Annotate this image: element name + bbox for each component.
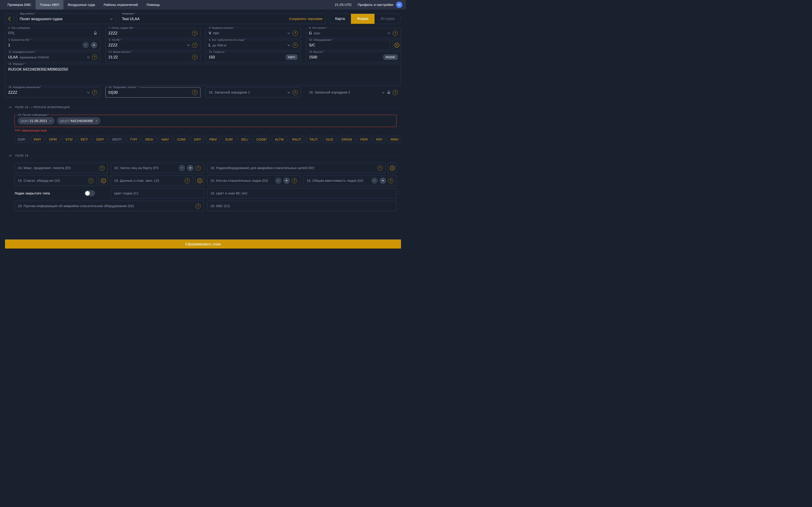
speed-unit-badge[interactable]: КМ/Ч — [286, 54, 298, 60]
generate-plan-button[interactable]: Сформировать план — [5, 239, 401, 248]
tag-ralt[interactable]: RALT/ — [289, 136, 304, 143]
aircraft-count-field[interactable]: 9. Количество ВС * 1 − + — [5, 40, 100, 50]
tag-rmk[interactable]: RMK/ — [388, 136, 402, 143]
tag-typ[interactable]: TYP/ — [126, 136, 140, 143]
radio-equipment-field[interactable]: 19. Радиооборудование для аварийно-спаса… — [207, 163, 386, 173]
view-form-button[interactable]: Форма — [351, 14, 374, 24]
plan-name-field[interactable]: Название * Test ULAA Сохранить черновик — [119, 13, 325, 24]
collapse-chevron-icon[interactable] — [9, 106, 12, 108]
collapse-chevron-icon[interactable] — [9, 155, 12, 157]
equipment-list-button[interactable] — [392, 40, 401, 50]
life-jackets-list-button[interactable] — [195, 175, 204, 186]
altitude-unit-badge[interactable]: M/QNE — [383, 54, 398, 60]
help-icon[interactable]: ? — [192, 31, 197, 36]
dinghies-count-field[interactable]: 19. Кол-во спасательных лодок (D/) − + ? — [207, 175, 300, 186]
help-icon[interactable]: ? — [388, 178, 393, 183]
flight-duration-field[interactable]: 16. Продолжит. полета * 01:00 ? — [105, 87, 201, 98]
tag-sur[interactable]: SUR/ — [222, 136, 236, 143]
tag-per[interactable]: PER/ — [357, 136, 371, 143]
help-icon[interactable]: ? — [377, 165, 383, 171]
save-draft-button[interactable]: Сохранить черновик — [289, 17, 323, 21]
help-icon[interactable]: ? — [99, 165, 104, 171]
help-icon[interactable]: ? — [393, 90, 398, 95]
profile-menu[interactable]: Профиль и настройки пс — [358, 2, 402, 8]
destination-aerodrome-select[interactable]: 16. Аэродром назначения * ZZZZ ? — [5, 87, 100, 98]
nav-tab-restriction-areas[interactable]: Районы ограничений — [99, 0, 142, 9]
departure-aerodrome-select[interactable]: 13. Аэродром вылета * ULAAАрхангельск ТА… — [5, 52, 100, 62]
decrement-button[interactable]: − — [83, 42, 89, 48]
decrement-button[interactable]: − — [179, 165, 185, 171]
survival-equipment-field[interactable]: 19. Спасат. оборуд-ие (S/) ? — [14, 175, 97, 186]
tag-talt[interactable]: TALT/ — [306, 136, 321, 143]
avatar[interactable]: пс — [396, 2, 402, 8]
tag-orgn[interactable]: ORGN/ — [338, 136, 355, 143]
flight-kind-select[interactable]: Вид полета * Полет воздушного судна — [16, 13, 116, 24]
help-icon[interactable]: ? — [393, 31, 398, 36]
increment-button[interactable]: + — [380, 177, 386, 184]
aircraft-id-field[interactable]: 7. Опозн. индекс ВС * ZZZZ ? — [105, 28, 201, 38]
view-map-button[interactable]: Карта — [329, 14, 351, 24]
radio-equipment-list-button[interactable] — [388, 163, 397, 173]
tag-rif[interactable]: RIF/ — [373, 136, 386, 143]
tag-dat[interactable]: DAT/ — [191, 136, 204, 143]
back-button[interactable] — [5, 13, 14, 24]
help-icon[interactable]: ? — [196, 165, 201, 171]
dinghies-capacity-field[interactable]: 19. Общая вместимость лодок (D/) − + ? — [303, 175, 397, 186]
nav-tab-bvs-check[interactable]: Проверка БВС — [3, 0, 36, 9]
route-textarea[interactable]: 15. Маршрут * RUGOK 6421N03935E/M096S025… — [5, 64, 401, 86]
tag-code[interactable]: CODE/ — [253, 136, 270, 143]
tag-sel[interactable]: SEL/ — [238, 136, 251, 143]
view-history-button[interactable]: История — [374, 14, 401, 24]
tag-altn[interactable]: ALTN/ — [272, 136, 287, 143]
help-icon[interactable]: ? — [293, 43, 298, 48]
help-icon[interactable]: ? — [196, 204, 201, 209]
increment-button[interactable]: + — [91, 42, 97, 48]
pic-field[interactable]: 19. КВС (С/) — [207, 201, 397, 211]
help-icon[interactable]: ? — [192, 43, 197, 48]
tag-dest[interactable]: DEST/ — [109, 136, 125, 143]
tag-opr[interactable]: OPR/ — [46, 136, 60, 143]
tag-nav[interactable]: NAV/ — [158, 136, 172, 143]
boats-color-field[interactable]: Цвет лодок (C) — [111, 188, 204, 199]
nav-tab-aircraft[interactable]: Воздушные суда — [63, 0, 99, 9]
dest-chip[interactable]: DEST/ 6421N03935E × — [57, 117, 101, 124]
help-icon[interactable]: ? — [185, 178, 190, 183]
chip-close-icon[interactable]: × — [50, 119, 51, 123]
tag-pap[interactable]: PAP/ — [31, 136, 44, 143]
tag-dep[interactable]: DEP/ — [93, 136, 107, 143]
persons-on-board-field[interactable]: 19. Число лиц на борту (P/) − + ? — [111, 163, 204, 173]
nav-tab-help[interactable]: Помощь — [142, 0, 164, 9]
tag-dof[interactable]: DOF/ — [14, 136, 29, 143]
life-jackets-field[interactable]: 19. Данные о спас. жил. (J/) ? — [111, 175, 193, 186]
departure-time-field[interactable]: 13. Время вылета * 21:22 ? — [105, 52, 201, 62]
increment-button[interactable]: + — [187, 165, 194, 171]
survival-equipment-list-button[interactable] — [99, 175, 108, 186]
help-icon[interactable]: ? — [292, 178, 297, 183]
increment-button[interactable]: + — [284, 177, 290, 184]
aircraft-type-select[interactable]: 9. Тип ВС * ZZZZ ? — [105, 40, 201, 50]
covered-boats-toggle[interactable] — [85, 190, 95, 196]
help-icon[interactable]: ? — [192, 90, 197, 95]
rescue-other-info-field[interactable]: 19. Прочая информация об аварийно-спасат… — [14, 201, 204, 211]
tag-eet[interactable]: EET/ — [78, 136, 91, 143]
decrement-button[interactable]: − — [275, 177, 282, 184]
turbulence-category-select[interactable]: 9. Кат. турбулентности следа * Lдо 7000 … — [205, 40, 301, 50]
help-icon[interactable]: ? — [88, 178, 94, 183]
help-icon[interactable]: ? — [192, 55, 197, 60]
equipment-field[interactable]: 10. Оборудование * S/C — [306, 40, 390, 50]
color-markings-field[interactable]: 19. Цвет и знак ВС (А/) — [207, 188, 397, 199]
help-icon[interactable]: ? — [92, 90, 97, 95]
help-icon[interactable]: ? — [92, 55, 97, 60]
nav-tab-ivp-plans[interactable]: Планы ИВП — [36, 0, 63, 9]
tag-com[interactable]: COM/ — [174, 136, 189, 143]
tag-dle[interactable]: DLE/ — [323, 136, 337, 143]
tag-reg[interactable]: REG/ — [142, 136, 156, 143]
tag-pbn[interactable]: PBN/ — [206, 136, 220, 143]
other-info-field[interactable]: 18. Прочая информация * DOF/ 21.05.2021 … — [14, 115, 397, 127]
dof-chip[interactable]: DOF/ 21.05.2021 × — [18, 117, 55, 124]
help-icon[interactable]: ? — [293, 90, 298, 95]
speed-field[interactable]: 15. Скорость * 150 КМ/Ч — [205, 52, 301, 62]
decrement-button[interactable]: − — [371, 177, 378, 184]
flight-type-select[interactable]: 8. Тип полета * GАОН ? — [306, 28, 401, 38]
altitude-field[interactable]: 15. Высота * 1500 M/QNE — [306, 52, 401, 62]
